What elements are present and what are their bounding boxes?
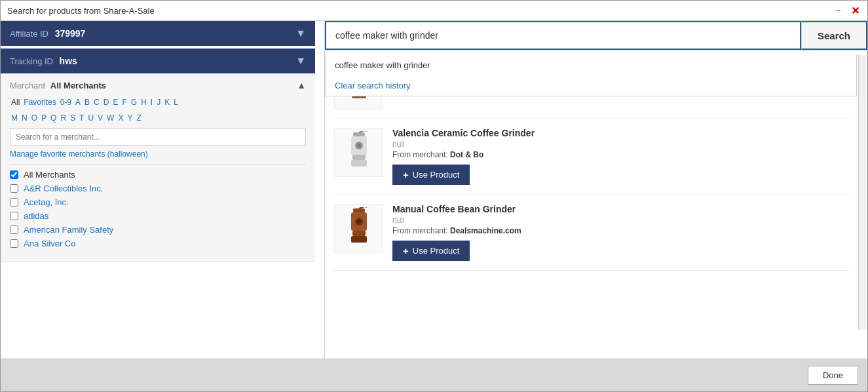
window-controls: − ✕ bbox=[832, 5, 861, 16]
product-merchant-name-2: Dot & Bo bbox=[450, 150, 483, 159]
alpha-I[interactable]: I bbox=[149, 97, 154, 108]
alpha-Y[interactable]: Y bbox=[126, 113, 134, 123]
affiliate-chevron-icon: ▼ bbox=[295, 28, 306, 39]
merchant-checkbox-adidas[interactable] bbox=[10, 212, 18, 220]
results-area: From merchant: Dot & Bo + Use Product bbox=[325, 50, 867, 359]
alpha-M[interactable]: M bbox=[10, 113, 19, 123]
search-bar: Search bbox=[325, 21, 867, 50]
merchant-name-ar[interactable]: A&R Collectibles Inc. bbox=[24, 184, 103, 193]
alpha-C[interactable]: C bbox=[92, 97, 101, 108]
merchant-name-acetag[interactable]: Acetag, Inc. bbox=[24, 197, 69, 207]
merchant-value: All Merchants bbox=[50, 81, 106, 90]
close-button[interactable]: ✕ bbox=[849, 5, 861, 16]
affiliate-dropdown[interactable]: Affiliate ID 379997 ▼ bbox=[1, 21, 315, 46]
merchant-name-all[interactable]: All Merchants bbox=[24, 170, 75, 180]
alpha-T[interactable]: T bbox=[78, 113, 85, 123]
svg-point-21 bbox=[364, 207, 368, 208]
alpha-B[interactable]: B bbox=[83, 97, 91, 108]
autocomplete-item-1[interactable]: coffee maker with grinder bbox=[326, 55, 856, 75]
use-product-button-3[interactable]: + Use Product bbox=[392, 241, 470, 261]
product-info-2: Valencia Ceramic Coffee Grinder null Fro… bbox=[392, 128, 849, 185]
alpha-G[interactable]: G bbox=[130, 97, 138, 108]
svg-rect-16 bbox=[352, 231, 366, 236]
alpha-H[interactable]: H bbox=[140, 97, 148, 108]
merchant-checkbox-afs[interactable] bbox=[10, 225, 18, 234]
list-item: All Merchants bbox=[10, 170, 306, 180]
merchant-name-anasilver[interactable]: Ana Silver Co bbox=[24, 239, 75, 248]
right-scrollbar[interactable] bbox=[858, 55, 867, 330]
use-product-button-2[interactable]: + Use Product bbox=[392, 165, 470, 185]
alpha-J[interactable]: J bbox=[155, 97, 162, 108]
merchant-section: Merchant All Merchants ▲ All Favorites 0… bbox=[1, 73, 315, 262]
product-merchant-2: From merchant: Dot & Bo bbox=[392, 150, 849, 159]
search-button[interactable]: Search bbox=[801, 21, 867, 50]
alpha-L[interactable]: L bbox=[172, 97, 179, 108]
merchant-checkbox-acetag[interactable] bbox=[10, 198, 18, 206]
product-merchant-3: From merchant: Dealsmachine.com bbox=[392, 226, 849, 235]
alpha-Q[interactable]: Q bbox=[49, 113, 58, 123]
affiliate-bar-content: Affiliate ID 379997 bbox=[10, 28, 85, 39]
right-panel: Search coffee maker with grinder Clear s… bbox=[325, 21, 867, 359]
alpha-K[interactable]: K bbox=[163, 97, 171, 108]
affiliate-value: 379997 bbox=[55, 28, 86, 39]
footer: Done bbox=[1, 359, 867, 391]
merchant-title: Merchant All Merchants bbox=[10, 81, 106, 90]
plus-icon-3: + bbox=[403, 245, 409, 256]
merchant-name-adidas[interactable]: adidas bbox=[24, 211, 48, 221]
svg-rect-9 bbox=[351, 160, 367, 167]
alpha-U[interactable]: U bbox=[86, 113, 95, 123]
left-panel: Affiliate ID 379997 ▼ Tracking ID hws ▼ bbox=[1, 21, 325, 359]
alpha-X[interactable]: X bbox=[117, 113, 124, 123]
svg-rect-17 bbox=[351, 236, 367, 243]
alpha-N[interactable]: N bbox=[20, 113, 29, 123]
product-image-3 bbox=[334, 204, 383, 253]
product-merchant-name-3: Dealsmachine.com bbox=[450, 226, 521, 235]
merchant-checkbox-anasilver[interactable] bbox=[10, 239, 18, 248]
svg-point-13 bbox=[364, 131, 368, 132]
list-item: Ana Silver Co bbox=[10, 239, 306, 248]
plus-icon-2: + bbox=[403, 169, 409, 180]
svg-line-20 bbox=[359, 207, 366, 208]
tracking-chevron-icon: ▼ bbox=[295, 55, 306, 67]
minimize-button[interactable]: − bbox=[832, 5, 844, 16]
svg-rect-8 bbox=[352, 155, 366, 160]
alpha-E[interactable]: E bbox=[111, 97, 119, 108]
done-button[interactable]: Done bbox=[808, 366, 858, 385]
alpha-D[interactable]: D bbox=[102, 97, 111, 108]
product-name-3: Manual Coffee Bean Grinder bbox=[392, 204, 849, 214]
alpha-R[interactable]: R bbox=[59, 113, 67, 123]
merchant-name-afs[interactable]: American Family Safety bbox=[24, 225, 113, 235]
search-input[interactable] bbox=[325, 21, 801, 50]
tracking-dropdown[interactable]: Tracking ID hws ▼ bbox=[1, 49, 315, 73]
merchant-chevron-icon[interactable]: ▲ bbox=[297, 80, 306, 90]
merchant-checkbox-all[interactable] bbox=[10, 170, 18, 179]
alpha-P[interactable]: P bbox=[40, 113, 48, 123]
main-content: Affiliate ID 379997 ▼ Tracking ID hws ▼ bbox=[1, 21, 867, 359]
tracking-value: hws bbox=[60, 56, 77, 66]
alpha-O[interactable]: O bbox=[30, 113, 39, 123]
product-null-3: null bbox=[392, 216, 849, 225]
merchant-checkbox-ar[interactable] bbox=[10, 184, 18, 193]
alpha-Z[interactable]: Z bbox=[135, 113, 142, 123]
merchant-list: All Merchants A&R Collectibles Inc. Acet… bbox=[10, 170, 306, 255]
tracking-label: Tracking ID bbox=[10, 56, 53, 66]
merchant-search-input[interactable] bbox=[10, 128, 306, 146]
manage-favorites-link[interactable]: Manage favorite merchants (halloween) bbox=[10, 149, 306, 165]
alpha-A[interactable]: A bbox=[74, 97, 82, 108]
affiliate-label: Affiliate ID bbox=[10, 29, 48, 39]
alpha-W[interactable]: W bbox=[105, 113, 115, 123]
merchant-header: Merchant All Merchants ▲ bbox=[10, 80, 306, 90]
alpha-V[interactable]: V bbox=[96, 113, 104, 123]
product-card-2: Valencia Ceramic Coffee Grinder null Fro… bbox=[334, 119, 849, 195]
list-item: A&R Collectibles Inc. bbox=[10, 184, 306, 193]
autocomplete-clear[interactable]: Clear search history bbox=[326, 75, 856, 96]
merchant-label: Merchant bbox=[10, 81, 45, 90]
alpha-all[interactable]: All bbox=[10, 97, 21, 108]
left-inner: Affiliate ID 379997 ▼ Tracking ID hws ▼ bbox=[1, 21, 324, 359]
alpha-S[interactable]: S bbox=[69, 113, 77, 123]
list-item: adidas bbox=[10, 211, 306, 221]
alpha-F[interactable]: F bbox=[121, 97, 128, 108]
product-info-3: Manual Coffee Bean Grinder null From mer… bbox=[392, 204, 849, 261]
alpha-09[interactable]: 0-9 bbox=[59, 97, 73, 108]
alpha-favorites[interactable]: Favorites bbox=[22, 97, 57, 108]
